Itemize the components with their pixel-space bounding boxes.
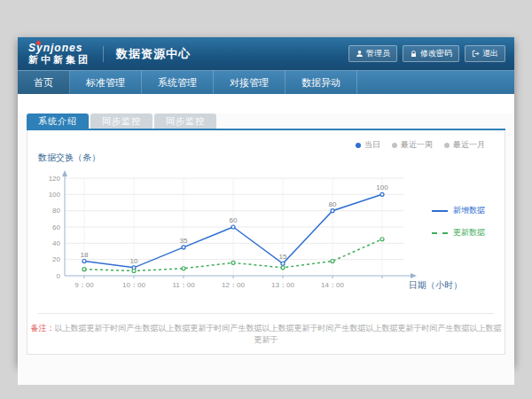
period-month-label: 最近一月	[453, 139, 485, 151]
nav-item-system-mgmt[interactable]: 系统管理	[142, 71, 214, 94]
logout-icon	[472, 50, 480, 58]
svg-text:60: 60	[52, 223, 60, 231]
footnote: 备注：以上数据更新于时间产生数据以上数据更新于时间产生数据以上数据更新于时间产生…	[27, 323, 505, 346]
tab-system-intro[interactable]: 系统介绍	[27, 113, 89, 129]
svg-text:9：00: 9：00	[74, 281, 94, 289]
series-legend-update-data[interactable]: 更新数据	[432, 227, 485, 239]
svg-text:10: 10	[130, 257, 138, 265]
week-dot-icon	[392, 143, 397, 148]
content-area: 系统介绍 同步监控 同步监控 当日 最近一周 最近一月 数据交换（条）	[18, 113, 514, 385]
series-legend: 新增数据 更新数据	[432, 205, 485, 249]
svg-text:100: 100	[376, 184, 388, 192]
svg-text:60: 60	[230, 216, 238, 224]
page-title: 数据资源中心	[103, 46, 191, 62]
period-legend: 当日 最近一周 最近一月	[356, 139, 485, 151]
svg-text:35: 35	[180, 237, 188, 245]
tab-sync-monitor-1[interactable]: 同步监控	[90, 113, 153, 129]
footnote-text: 以上数据更新于时间产生数据以上数据更新于时间产生数据以上数据更新于时间产生数据以…	[55, 324, 502, 344]
nav-item-standard-mgmt[interactable]: 标准管理	[70, 71, 142, 94]
svg-text:0: 0	[57, 272, 61, 280]
main-navbar: 首页 标准管理 系统管理 对接管理 数据异动	[18, 70, 514, 94]
header-buttons: 管理员 修改密码 退出	[348, 45, 505, 62]
logout-button[interactable]: 退出	[465, 45, 505, 62]
chart-panel: 当日 最近一周 最近一月 数据交换（条） 0204060801001209：00…	[27, 130, 505, 355]
series-new-data-label: 新增数据	[453, 205, 485, 216]
month-dot-icon	[444, 143, 450, 148]
footnote-prefix: 备注：	[31, 324, 55, 332]
svg-text:40: 40	[52, 239, 60, 247]
period-legend-today[interactable]: 当日	[356, 139, 380, 151]
svg-text:14：00: 14：00	[321, 281, 344, 289]
logo-red-dot-icon	[36, 41, 41, 45]
lock-icon	[410, 50, 418, 58]
svg-text:80: 80	[52, 207, 60, 215]
company-logo: Synjones 新中新集团	[27, 43, 90, 65]
svg-text:80: 80	[329, 200, 337, 208]
svg-text:11：00: 11：00	[172, 281, 195, 289]
today-dot-icon	[356, 143, 361, 148]
period-today-label: 当日	[364, 139, 380, 151]
line-chart: 0204060801001209：0010：0011：0012：0013：001…	[38, 168, 419, 301]
green-dashed-sample-icon	[432, 232, 448, 234]
series-update-data-label: 更新数据	[453, 227, 485, 239]
change-password-label: 修改密码	[420, 48, 452, 59]
svg-text:20: 20	[52, 255, 60, 263]
svg-text:10：00: 10：00	[122, 281, 145, 289]
period-week-label: 最近一周	[401, 139, 433, 151]
svg-text:13：00: 13：00	[271, 281, 294, 289]
nav-item-data-change[interactable]: 数据异动	[286, 71, 357, 94]
period-legend-month[interactable]: 最近一月	[444, 139, 485, 151]
user-icon	[356, 50, 364, 58]
x-axis-title: 日期（小时）	[409, 279, 462, 292]
admin-user-button[interactable]: 管理员	[348, 45, 397, 62]
svg-text:18: 18	[81, 251, 89, 259]
app-window: Synjones 新中新集团 数据资源中心 管理员 修改密码	[18, 37, 514, 365]
nav-item-connection-mgmt[interactable]: 对接管理	[214, 71, 286, 94]
panel-divider	[38, 313, 494, 314]
header-bar: Synjones 新中新集团 数据资源中心 管理员 修改密码	[18, 37, 514, 70]
svg-text:100: 100	[49, 191, 61, 199]
change-password-button[interactable]: 修改密码	[403, 45, 459, 62]
nav-item-home[interactable]: 首页	[18, 71, 70, 94]
y-axis-title: 数据交换（条）	[38, 152, 100, 164]
logout-label: 退出	[482, 48, 498, 59]
tab-bar: 系统介绍 同步监控 同步监控	[27, 113, 505, 130]
series-legend-new-data[interactable]: 新增数据	[432, 205, 485, 216]
tab-sync-monitor-2[interactable]: 同步监控	[154, 113, 216, 129]
admin-user-label: 管理员	[366, 48, 390, 59]
period-legend-week[interactable]: 最近一周	[392, 139, 433, 151]
svg-text:15: 15	[279, 253, 287, 261]
blue-line-sample-icon	[432, 210, 448, 212]
svg-text:120: 120	[49, 175, 61, 183]
logo-text-cn: 新中新集团	[28, 54, 90, 65]
svg-text:12：00: 12：00	[222, 281, 245, 289]
